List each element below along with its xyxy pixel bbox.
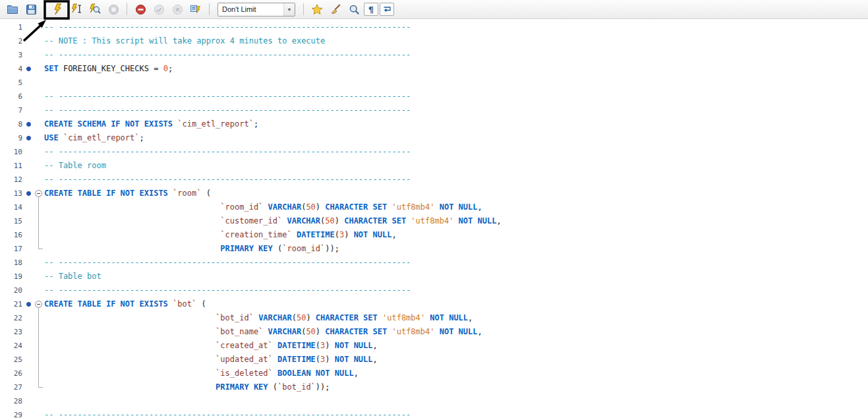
marker-gutter: [24, 62, 34, 76]
fold-gutter: [34, 214, 44, 228]
fold-gutter: [34, 34, 44, 48]
sql-editor-toolbar: Don't Limit▼¶: [0, 0, 868, 19]
marker-gutter: [24, 104, 34, 117]
save-sql-script-button[interactable]: [22, 1, 40, 17]
code-line: 11-- Table room: [0, 159, 868, 173]
fold-gutter: [34, 311, 44, 325]
code-line: 28: [0, 394, 868, 408]
fold-gutter: [34, 367, 44, 380]
stop-on-error-icon: [135, 4, 146, 15]
explain-statement-button[interactable]: [86, 1, 103, 17]
beautify-script-button[interactable]: [327, 1, 344, 17]
marker-gutter: [24, 214, 34, 228]
marker-gutter: [24, 311, 34, 325]
code-text: -- -------------------------------------…: [44, 145, 411, 159]
execute-lightning-icon: [53, 3, 63, 15]
code-line: 1-- ------------------------------------…: [0, 20, 868, 34]
fold-gutter: [34, 339, 44, 353]
code-line: 23 `bot_name` VARCHAR(50) CHARACTER SET …: [0, 325, 868, 339]
execute-sql-script-button[interactable]: [49, 1, 67, 17]
marker-gutter: [24, 284, 34, 297]
statement-marker-icon: [26, 122, 31, 127]
wrap-text-icon: [382, 5, 392, 15]
toggle-invisible-characters-button[interactable]: ¶: [364, 3, 378, 16]
line-number: 20: [0, 284, 24, 297]
line-number: 12: [0, 173, 24, 187]
save-icon: [26, 4, 37, 15]
code-text: CREATE TABLE IF NOT EXISTS `room` (: [44, 187, 211, 200]
marker-gutter: [24, 256, 34, 270]
fold-gutter: [34, 20, 44, 34]
line-number: 14: [0, 200, 24, 214]
fold-gutter: [34, 353, 44, 367]
line-number: 19: [0, 270, 24, 284]
fold-gutter: [34, 76, 44, 90]
folder-icon: [7, 4, 18, 15]
fold-gutter: [34, 325, 44, 339]
toggle-word-wrap-button[interactable]: [380, 3, 394, 16]
line-number: 28: [0, 394, 24, 408]
line-number: 10: [0, 145, 24, 159]
line-number: 13: [0, 187, 24, 200]
marker-gutter: [24, 297, 34, 311]
marker-gutter: [24, 270, 34, 284]
sql-code-editor[interactable]: 1-- ------------------------------------…: [0, 19, 868, 420]
code-text: PRIMARY KEY (`room_id`));: [44, 242, 339, 256]
marker-gutter: [24, 90, 34, 104]
line-number: 6: [0, 90, 24, 104]
toggle-autocommit-button[interactable]: [187, 1, 204, 17]
code-text: SET FOREIGN_KEY_CHECKS = 0;: [44, 62, 173, 76]
open-sql-script-button[interactable]: [4, 1, 21, 17]
code-text: `bot_name` VARCHAR(50) CHARACTER SET 'ut…: [44, 325, 482, 339]
code-line: 12-- -----------------------------------…: [0, 173, 868, 187]
line-number: 15: [0, 214, 24, 228]
code-text: -- -------------------------------------…: [44, 20, 411, 34]
code-line: 16 `creation_time` DATETIME(3) NOT NULL,: [0, 228, 868, 242]
limit-rows-dropdown[interactable]: Don't Limit▼: [217, 3, 295, 16]
marker-gutter: [24, 173, 34, 187]
toggle-stop-on-error-button[interactable]: [132, 1, 149, 17]
fold-gutter: [34, 117, 44, 131]
search-icon: [349, 4, 360, 15]
marker-gutter: [24, 20, 34, 34]
marker-gutter: [24, 117, 34, 131]
line-number: 17: [0, 242, 24, 256]
line-number: 24: [0, 339, 24, 353]
fold-gutter: [34, 297, 44, 311]
code-line: 22 `bot_id` VARCHAR(50) CHARACTER SET 'u…: [0, 311, 868, 325]
explain-magnifier-icon: [89, 3, 101, 15]
commit-check-icon: [154, 4, 165, 15]
code-line: 4SET FOREIGN_KEY_CHECKS = 0;: [0, 62, 868, 76]
rollback-transaction-button[interactable]: [169, 1, 186, 17]
fold-gutter: [34, 145, 44, 159]
stop-query-button[interactable]: [105, 1, 122, 17]
fold-gutter: [34, 408, 44, 420]
code-line: 5: [0, 76, 868, 90]
commit-transaction-button[interactable]: [150, 1, 167, 17]
code-line: 14 `room_id` VARCHAR(50) CHARACTER SET '…: [0, 200, 868, 214]
line-number: 22: [0, 311, 24, 325]
marker-gutter: [24, 408, 34, 420]
code-line: 26 `is_deleted` BOOLEAN NOT NULL,: [0, 367, 868, 380]
limit-rows-value: Don't Limit: [218, 5, 256, 13]
autocommit-icon: [190, 3, 202, 15]
marker-gutter: [24, 200, 34, 214]
code-text: USE `cim_etl_report`;: [44, 131, 144, 145]
statement-marker-icon: [26, 302, 31, 307]
execute-current-statement-button[interactable]: [68, 1, 85, 17]
line-number: 9: [0, 131, 24, 145]
code-area: 1-- ------------------------------------…: [0, 20, 868, 420]
code-text: CREATE TABLE IF NOT EXISTS `bot` (: [44, 297, 206, 311]
find-and-replace-button[interactable]: [345, 1, 362, 17]
save-snippet-button[interactable]: [308, 1, 326, 17]
code-line: 24 `created_at` DATETIME(3) NOT NULL,: [0, 339, 868, 353]
fold-toggle-icon[interactable]: [35, 301, 42, 308]
line-number: 26: [0, 367, 24, 380]
chevron-down-icon: ▼: [283, 3, 295, 16]
code-text: `is_deleted` BOOLEAN NOT NULL,: [44, 367, 359, 380]
fold-gutter: [34, 242, 44, 256]
fold-toggle-icon[interactable]: [35, 190, 42, 197]
code-text: -- Table room: [44, 159, 106, 173]
code-line: 29-- -----------------------------------…: [0, 408, 868, 420]
code-text: -- -------------------------------------…: [44, 48, 411, 62]
